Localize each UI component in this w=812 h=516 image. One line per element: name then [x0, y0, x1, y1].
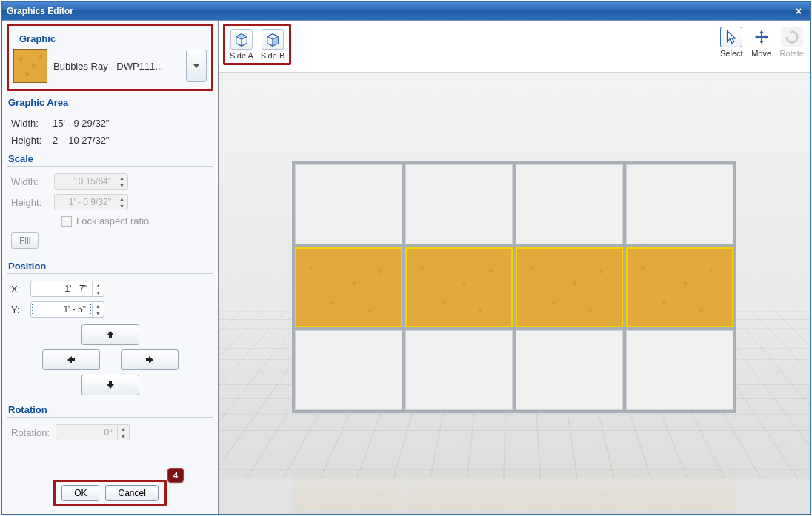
- scale-width-label: Width:: [11, 176, 48, 187]
- scale-title: Scale: [2, 149, 218, 166]
- move-label: Move: [751, 49, 771, 58]
- pos-x-spinner[interactable]: 1' - 7" ▲▼: [30, 281, 104, 297]
- side-buttons-highlight: Side A Side B: [223, 24, 291, 65]
- arrow-left-icon: [66, 355, 76, 365]
- move-tool[interactable]: Move: [749, 25, 774, 59]
- height-value: 2' - 10 27/32": [53, 135, 109, 146]
- panel-cell-selected[interactable]: [626, 247, 733, 327]
- window-title: Graphics Editor: [7, 6, 73, 16]
- graphic-area-title: Graphic Area: [2, 93, 218, 110]
- side-a-label: Side A: [230, 51, 253, 60]
- graphic-section-highlight: Graphic Bubbles Ray - DWP111...: [7, 24, 213, 91]
- panel-cell[interactable]: [516, 164, 623, 244]
- toolbar: Side A Side B Select: [219, 21, 810, 73]
- side-a-button[interactable]: Side A: [228, 27, 255, 61]
- scale-height-label: Height:: [11, 197, 48, 208]
- ok-cancel-highlight: OK Cancel: [53, 480, 167, 506]
- select-label: Select: [720, 49, 743, 58]
- arrow-down-icon: [105, 380, 116, 390]
- nudge-up-button[interactable]: [81, 324, 139, 345]
- up-arrow-icon[interactable]: ▲: [93, 302, 104, 309]
- callout-4: 4: [167, 468, 184, 483]
- select-tool[interactable]: Select: [719, 25, 745, 59]
- panel-cell[interactable]: [295, 164, 402, 244]
- side-b-label: Side B: [261, 51, 284, 60]
- panel-cell[interactable]: [405, 330, 513, 410]
- pos-y-label: Y:: [11, 304, 24, 315]
- graphic-name: Bubbles Ray - DWP111...: [53, 61, 180, 72]
- rotation-spinner: 0° ▲▼: [56, 424, 130, 440]
- cube-icon: [230, 29, 253, 50]
- down-arrow-icon[interactable]: ▼: [93, 289, 104, 296]
- move-icon: [751, 27, 773, 47]
- position-title: Position: [2, 256, 218, 273]
- side-b-button[interactable]: Side B: [259, 27, 286, 61]
- nudge-down-button[interactable]: [81, 375, 139, 395]
- nudge-right-button[interactable]: [121, 349, 179, 370]
- panel-cell-selected[interactable]: [295, 247, 402, 327]
- rotation-value: 0°: [56, 427, 117, 438]
- panel-cell[interactable]: [626, 164, 733, 244]
- right-tools: Select Move Rotate: [719, 24, 805, 59]
- graphic-area-height: Height: 2' - 10 27/32": [2, 132, 218, 149]
- rotation-label: Rotation:: [11, 427, 50, 438]
- cursor-icon: [720, 27, 742, 47]
- close-icon[interactable]: ×: [792, 5, 805, 17]
- panel-cell-selected[interactable]: [516, 247, 623, 327]
- viewport[interactable]: [219, 73, 810, 514]
- cancel-button[interactable]: Cancel: [105, 485, 158, 501]
- up-arrow-icon[interactable]: ▲: [93, 281, 104, 289]
- panel-cell[interactable]: [295, 330, 402, 410]
- main-area: Side A Side B Select: [219, 21, 810, 514]
- wall-grid[interactable]: [292, 161, 736, 413]
- scale-height-value: 1' - 0 9/32": [55, 197, 116, 207]
- sidebar: Graphic Bubbles Ray - DWP111... 3 Graphi…: [2, 21, 219, 514]
- graphic-section-title: Graphic: [13, 29, 207, 46]
- graphic-dropdown-button[interactable]: [186, 50, 207, 82]
- lock-aspect-label: Lock aspect ratio: [76, 215, 149, 227]
- arrow-right-icon: [144, 355, 155, 365]
- width-value: 15' - 9 29/32": [53, 118, 109, 129]
- height-label: Height:: [11, 135, 48, 146]
- lock-aspect-row: Lock aspect ratio: [2, 212, 218, 231]
- pos-x-value: 1' - 7": [31, 284, 92, 294]
- scale-width-value: 10 15/64": [55, 176, 116, 187]
- pos-y-spinner[interactable]: 1' - 5" ▲▼: [30, 301, 104, 318]
- panel-cell[interactable]: [626, 330, 733, 410]
- panel-cell-selected[interactable]: [405, 247, 513, 327]
- chevron-down-icon: [193, 64, 199, 68]
- panel-cell[interactable]: [516, 330, 623, 410]
- graphic-thumbnail: [13, 49, 47, 83]
- pos-y-value: 1' - 5": [32, 304, 91, 315]
- down-arrow-icon[interactable]: ▼: [93, 309, 104, 317]
- scale-height-spinner: 1' - 0 9/32" ▲▼: [54, 194, 128, 210]
- arrow-up-icon: [105, 329, 116, 340]
- nudge-left-button[interactable]: [42, 349, 100, 370]
- panel-cell[interactable]: [405, 164, 513, 244]
- rotation-title: Rotation: [2, 400, 218, 417]
- rotate-icon: [781, 27, 803, 47]
- scale-width-spinner: 10 15/64" ▲▼: [54, 173, 128, 190]
- rotate-tool: Rotate: [779, 25, 805, 59]
- ok-button[interactable]: OK: [61, 485, 99, 501]
- graphic-area-width: Width: 15' - 9 29/32": [2, 115, 218, 132]
- nudge-pad: [2, 320, 218, 400]
- pos-x-label: X:: [11, 284, 24, 295]
- graphics-editor-window: Graphics Editor × Graphic Bubbles Ray - …: [1, 1, 811, 515]
- lock-aspect-checkbox: [61, 216, 72, 227]
- titlebar: Graphics Editor ×: [2, 2, 810, 20]
- width-label: Width:: [11, 118, 48, 129]
- fill-button[interactable]: Fill: [11, 232, 39, 249]
- rotate-label: Rotate: [780, 49, 804, 58]
- cube-icon: [262, 29, 284, 50]
